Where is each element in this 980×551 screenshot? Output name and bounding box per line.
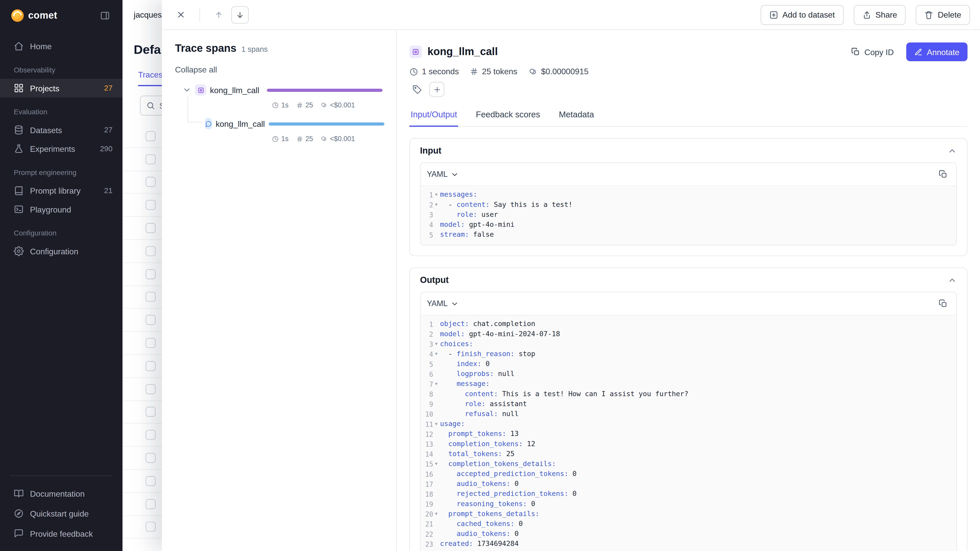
output-code-card: YAML 1object: chat.completion2model: gpt… — [420, 292, 957, 551]
copy-id-button[interactable]: Copy ID — [845, 43, 900, 61]
code-text: audio_tokens: 0 — [440, 529, 519, 539]
code-line: 7▾ message: — [421, 380, 956, 389]
fold-toggle-icon[interactable]: ▾ — [433, 339, 439, 349]
next-trace-button[interactable] — [231, 6, 249, 24]
output-format-select[interactable]: YAML — [427, 299, 459, 308]
input-format-select[interactable]: YAML — [427, 170, 459, 179]
code-line: 16 accepted_prediction_tokens: 0 — [421, 469, 956, 479]
sidebar-item-label: Projects — [30, 83, 59, 93]
sidebar-item-playground[interactable]: Playground — [0, 200, 123, 219]
code-line: 8 content: This is a test! How can I ass… — [421, 389, 956, 399]
cost-value: $0.00000915 — [541, 67, 589, 76]
output-section-header[interactable]: Output — [410, 268, 967, 291]
hash-icon — [470, 67, 478, 76]
sidebar-item-prompt-library[interactable]: Prompt library21 — [0, 181, 123, 200]
tag-icon — [412, 85, 422, 94]
close-button[interactable] — [172, 6, 189, 24]
chevron-up-icon[interactable] — [948, 275, 957, 285]
fold-toggle-icon[interactable]: ▾ — [433, 459, 439, 469]
line-number: 16 — [421, 469, 440, 479]
row-checkbox[interactable] — [146, 407, 156, 417]
sidebar-item-count: 27 — [104, 84, 113, 92]
fold-toggle-icon[interactable]: ▾ — [433, 380, 439, 389]
row-checkbox[interactable] — [146, 200, 156, 210]
row-checkbox[interactable] — [146, 384, 156, 394]
chevron-down-icon — [451, 170, 459, 178]
add-tag-button[interactable] — [429, 82, 444, 97]
code-line: 3 role: user — [421, 210, 956, 220]
row-checkbox[interactable] — [146, 338, 156, 348]
fold-toggle-icon[interactable]: ▾ — [433, 349, 439, 359]
code-text: messages: — [440, 190, 477, 200]
tab-traces[interactable]: Traces — [138, 70, 162, 86]
previous-trace-button[interactable] — [210, 6, 228, 24]
line-number: 17 — [421, 479, 440, 489]
sidebar-collapse-button[interactable] — [97, 8, 113, 23]
collapse-all-button[interactable]: Collapse all — [175, 65, 217, 75]
row-checkbox[interactable] — [146, 246, 156, 256]
annotate-button[interactable]: Annotate — [906, 43, 967, 61]
line-number: 3 — [421, 210, 440, 220]
share-label: Share — [875, 10, 897, 19]
code-line: 4model: gpt-4o-mini — [421, 220, 956, 230]
span-block: kong_llm_call1s25<$0.001 — [175, 116, 383, 144]
tab-input-output[interactable]: Input/Output — [409, 104, 458, 127]
line-number: 7▾ — [421, 380, 440, 389]
row-checkbox[interactable] — [146, 131, 156, 141]
input-code: 1▾messages:2▾ - content: Say this is a t… — [421, 186, 956, 245]
row-checkbox[interactable] — [146, 453, 156, 463]
span-row[interactable]: kong_llm_call — [175, 116, 383, 132]
code-text: - finish_reason: stop — [440, 349, 535, 359]
tab-metadata[interactable]: Metadata — [558, 104, 595, 127]
tab-feedback-scores[interactable]: Feedback scores — [475, 104, 542, 127]
row-checkbox[interactable] — [146, 292, 156, 302]
tag-button[interactable] — [409, 82, 425, 97]
span-name: kong_llm_call — [216, 119, 265, 129]
sidebar-item-experiments[interactable]: Experiments290 — [0, 139, 123, 158]
comet-logo[interactable]: comet — [11, 10, 57, 22]
row-checkbox[interactable] — [146, 223, 156, 233]
sidebar-item-configuration[interactable]: Configuration — [0, 242, 123, 260]
row-checkbox[interactable] — [146, 269, 156, 279]
detail-tabs: Input/OutputFeedback scoresMetadata — [409, 104, 967, 127]
sidebar-item-documentation[interactable]: Documentation — [0, 484, 123, 503]
add-to-dataset-label: Add to dataset — [783, 10, 835, 19]
sidebar-item-label: Quickstart guide — [30, 509, 89, 518]
input-section-header[interactable]: Input — [410, 139, 967, 161]
chevron-down-icon — [451, 300, 459, 308]
share-button[interactable]: Share — [854, 5, 906, 24]
span-row[interactable]: kong_llm_call — [175, 82, 383, 98]
row-checkbox[interactable] — [146, 476, 156, 486]
chevron-down-icon[interactable] — [183, 86, 191, 94]
chat-span-icon — [205, 118, 212, 129]
row-checkbox[interactable] — [146, 361, 156, 371]
tree-connector — [188, 97, 203, 122]
row-checkbox[interactable] — [146, 154, 156, 164]
tokens-value: 25 tokens — [482, 67, 517, 76]
sidebar-item-provide-feedback[interactable]: Provide feedback — [0, 524, 123, 543]
sidebar-item-quickstart-guide[interactable]: Quickstart guide — [0, 503, 123, 524]
output-copy-button[interactable] — [936, 297, 950, 310]
chevron-up-icon[interactable] — [948, 146, 957, 156]
row-checkbox[interactable] — [146, 522, 156, 532]
sidebar-item-projects[interactable]: Projects27 — [0, 79, 123, 97]
delete-button[interactable]: Delete — [916, 5, 970, 24]
sidebar-item-label: Documentation — [30, 489, 85, 498]
add-to-dataset-button[interactable]: Add to dataset — [760, 5, 843, 24]
coins-icon — [528, 67, 537, 76]
fold-toggle-icon[interactable]: ▾ — [433, 509, 439, 519]
fold-toggle-icon[interactable]: ▾ — [433, 200, 439, 210]
fold-toggle-icon[interactable]: ▾ — [433, 190, 439, 200]
fold-toggle-icon[interactable]: ▾ — [433, 419, 439, 429]
workspace-selector[interactable]: jacques — [134, 10, 162, 19]
input-copy-button[interactable] — [936, 167, 950, 181]
row-checkbox[interactable] — [146, 499, 156, 509]
row-checkbox[interactable] — [146, 315, 156, 325]
code-line: 10 refusal: null — [421, 409, 956, 419]
share-icon — [862, 10, 871, 19]
feedback-icon — [14, 529, 24, 538]
row-checkbox[interactable] — [146, 430, 156, 440]
sidebar-item-datasets[interactable]: Datasets27 — [0, 121, 123, 139]
row-checkbox[interactable] — [146, 177, 156, 187]
sidebar-item-home[interactable]: Home — [0, 37, 123, 56]
